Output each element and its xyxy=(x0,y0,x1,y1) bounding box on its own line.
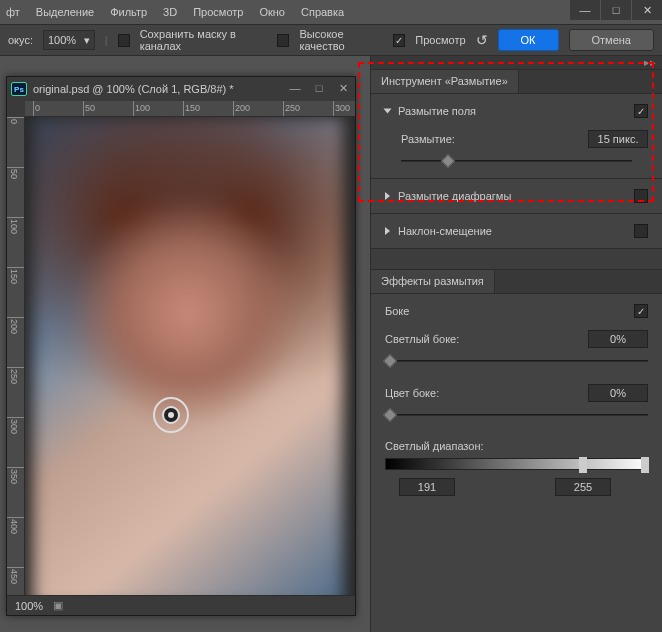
blur-amount-label: Размытие: xyxy=(401,133,455,145)
menu-item[interactable]: Фильтр xyxy=(110,6,147,18)
section-title: Размытие диафрагмы xyxy=(398,190,511,202)
reset-icon[interactable]: ↺ xyxy=(476,32,488,48)
blur-pin[interactable] xyxy=(153,397,189,433)
blur-panel: ▸▸ Инструмент «Размытие» Размытие поля Р… xyxy=(370,56,662,632)
ruler-horizontal[interactable]: 050100150200250300 xyxy=(25,101,355,117)
section-checkbox[interactable] xyxy=(634,304,648,318)
window-controls: — □ ✕ xyxy=(569,0,662,20)
save-mask-label: Сохранить маску в каналах xyxy=(140,28,268,52)
panel-collapse-icon[interactable]: ▸▸ xyxy=(371,56,662,70)
options-bar: окус: 100%▾ | Сохранить маску в каналах … xyxy=(0,24,662,56)
disclosure-icon[interactable] xyxy=(384,109,392,114)
section-checkbox[interactable] xyxy=(634,224,648,238)
section-checkbox[interactable] xyxy=(634,104,648,118)
document-title: original.psd @ 100% (Слой 1, RGB/8#) * xyxy=(33,83,234,95)
menu-item[interactable]: Окно xyxy=(259,6,285,18)
doc-close-icon[interactable]: ✕ xyxy=(331,77,355,99)
menu-item[interactable]: Просмотр xyxy=(193,6,243,18)
doc-minimize-icon[interactable]: — xyxy=(283,77,307,99)
ruler-vertical[interactable]: 050100150200250300350400450 xyxy=(7,117,25,595)
menu-bar: фт Выделение Фильтр 3D Просмотр Окно Спр… xyxy=(0,0,662,24)
section-title: Наклон-смещение xyxy=(398,225,492,237)
preview-label: Просмотр xyxy=(415,34,465,46)
light-range-slider[interactable] xyxy=(385,458,648,470)
work-area: Ps original.psd @ 100% (Слой 1, RGB/8#) … xyxy=(0,56,662,632)
focus-combo[interactable]: 100%▾ xyxy=(43,30,95,50)
canvas[interactable] xyxy=(25,117,355,595)
menu-item[interactable]: Выделение xyxy=(36,6,94,18)
close-icon[interactable]: ✕ xyxy=(632,0,662,20)
light-bokeh-value[interactable]: 0% xyxy=(588,330,648,348)
color-bokeh-value[interactable]: 0% xyxy=(588,384,648,402)
tab-blur-tool[interactable]: Инструмент «Размытие» xyxy=(371,70,519,93)
color-bokeh-label: Цвет боке: xyxy=(385,387,439,399)
ok-button[interactable]: ОК xyxy=(498,29,559,51)
doc-maximize-icon[interactable]: □ xyxy=(307,77,331,99)
menu-item[interactable]: фт xyxy=(6,6,20,18)
color-bokeh-slider[interactable] xyxy=(385,408,648,422)
light-range-high[interactable]: 255 xyxy=(555,478,611,496)
section-title: Боке xyxy=(385,305,409,317)
light-range-label: Светлый диапазон: xyxy=(385,440,648,452)
minimize-icon[interactable]: — xyxy=(570,0,600,20)
section-field-blur: Размытие поля Размытие: 15 пикс. xyxy=(371,94,662,179)
section-checkbox[interactable] xyxy=(634,189,648,203)
document-status-bar: 100% ▣ xyxy=(7,595,355,615)
section-bokeh: Боке Светлый боке: 0% Цвет боке: 0% Свет… xyxy=(371,294,662,506)
section-tilt-shift: Наклон-смещение xyxy=(371,214,662,249)
light-range-low[interactable]: 191 xyxy=(399,478,455,496)
save-mask-checkbox[interactable] xyxy=(118,34,130,47)
status-icon[interactable]: ▣ xyxy=(53,599,63,612)
blur-amount-value[interactable]: 15 пикс. xyxy=(588,130,648,148)
tab-blur-effects[interactable]: Эффекты размытия xyxy=(371,270,495,293)
disclosure-icon[interactable] xyxy=(385,192,390,200)
document-tab-bar: Ps original.psd @ 100% (Слой 1, RGB/8#) … xyxy=(7,77,355,101)
high-quality-checkbox[interactable] xyxy=(277,34,289,47)
zoom-level[interactable]: 100% xyxy=(15,600,43,612)
menu-item[interactable]: Справка xyxy=(301,6,344,18)
menu-item[interactable]: 3D xyxy=(163,6,177,18)
maximize-icon[interactable]: □ xyxy=(601,0,631,20)
chevron-down-icon: ▾ xyxy=(84,34,90,47)
light-bokeh-label: Светлый боке: xyxy=(385,333,459,345)
preview-checkbox[interactable] xyxy=(393,34,405,47)
high-quality-label: Высокое качество xyxy=(299,28,383,52)
section-title: Размытие поля xyxy=(398,105,476,117)
blur-amount-slider[interactable] xyxy=(401,154,632,168)
focus-label: окус: xyxy=(8,34,33,46)
cancel-button[interactable]: Отмена xyxy=(569,29,654,51)
light-bokeh-slider[interactable] xyxy=(385,354,648,368)
disclosure-icon[interactable] xyxy=(385,227,390,235)
section-iris-blur: Размытие диафрагмы xyxy=(371,179,662,214)
ps-file-icon: Ps xyxy=(11,82,27,96)
document-window: Ps original.psd @ 100% (Слой 1, RGB/8#) … xyxy=(6,76,356,616)
image-content xyxy=(33,117,343,595)
panel-gap xyxy=(371,249,662,270)
